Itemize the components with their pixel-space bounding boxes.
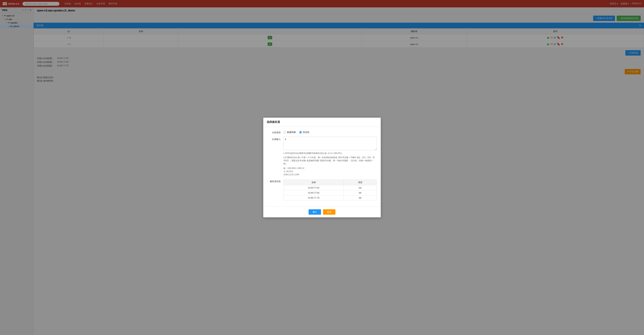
server-info-content: 名称 类型 10.60.77.61 idc 10.60.77.62	[284, 179, 377, 200]
hint-ex-1: 如：123,234;1~100;1:2	[284, 167, 377, 170]
radio-label-percent: 百分比	[303, 131, 310, 134]
ratio-textarea[interactable]: 1	[284, 137, 377, 150]
server-row-3: 10.60.77.75 idc	[284, 195, 377, 200]
hint-example: 如：123,234;1~100;1:2 ;1~10,13;2 1234;1,3,…	[284, 167, 377, 176]
hint-1: 1.本节点的百分比用冒号分割数字或者百分比( 如: 1:2 or 10%:5% …	[284, 152, 377, 155]
hint-ex-3: 1234;1,3,5;1:10%	[284, 173, 377, 176]
radio-machine-list[interactable]: 机器列表	[284, 131, 296, 134]
ratio-input-content: 1 1.本节点的百分比用冒号分割数字或者百分比( 如: 1:2 or 10%:5…	[284, 137, 377, 176]
server-col-type: 类型	[344, 180, 377, 185]
radio-circle-machine	[284, 131, 286, 134]
confirm-button[interactable]: 确认	[308, 209, 321, 215]
modal-title: 选择服务器	[267, 120, 280, 123]
server-name-2: 10.60.77.62	[284, 190, 344, 195]
cancel-button[interactable]: 取消	[323, 209, 336, 215]
server-row-1: 10.60.77.61 idc	[284, 185, 377, 190]
modal-body: 分组类型 机器列表 百分比 比例输入 1 1.本节点的百分	[263, 127, 381, 206]
hint-ex-2: ;1~10,13;2	[284, 170, 377, 173]
modal-overlay[interactable]: 选择服务器 分组类型 机器列表 百分比 比例输入	[0, 0, 644, 335]
server-table: 名称 类型 10.60.77.61 idc 10.60.77.62	[284, 180, 377, 200]
server-row-2: 10.60.77.62 idc	[284, 190, 377, 195]
radio-percent[interactable]: 百分比	[299, 131, 310, 134]
server-info-row: 服务器信息 名称 类型 10.60.77.61 idc	[267, 179, 377, 200]
modal-header: 选择服务器	[263, 118, 381, 127]
ratio-label: 比例输入	[267, 137, 281, 141]
modal-dialog: 选择服务器 分组类型 机器列表 百分比 比例输入	[263, 118, 381, 217]
server-type-3: idc	[344, 195, 377, 200]
group-type-label: 分组类型	[267, 130, 281, 134]
server-name-1: 10.60.77.61	[284, 185, 344, 190]
ratio-input-row: 比例输入 1 1.本节点的百分比用冒号分割数字或者百分比( 如: 1:2 or …	[267, 137, 377, 176]
server-col-name: 名称	[284, 180, 344, 185]
server-type-1: idc	[344, 185, 377, 190]
server-info-label: 服务器信息	[267, 179, 281, 183]
hint-2: 2.扩展的百分比.每一行是一个大分组：每一行由3段信息组成, 用分号分隔（子树i…	[284, 156, 377, 166]
radio-group: 机器列表 百分比	[284, 130, 377, 134]
modal-footer: 确认 取消	[263, 206, 381, 217]
radio-label-machine: 机器列表	[287, 131, 296, 134]
server-type-2: idc	[344, 190, 377, 195]
radio-circle-percent	[299, 131, 302, 134]
group-type-row: 分组类型 机器列表 百分比	[267, 130, 377, 134]
server-name-3: 10.60.77.75	[284, 195, 344, 200]
